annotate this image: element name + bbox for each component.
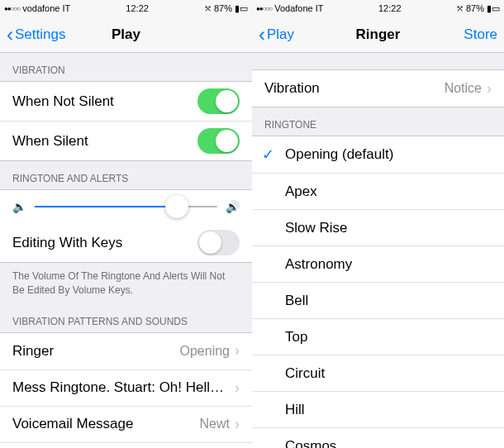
back-label: Play — [267, 26, 294, 43]
cell-value: Newt — [200, 417, 230, 431]
battery-icon: ▮▭ — [487, 3, 500, 14]
chevron-right-icon: › — [235, 342, 240, 360]
checkmark-icon: ✓ — [262, 145, 278, 164]
cell-label: Voicemail Message — [12, 416, 200, 432]
message-ringtone-row[interactable]: Mess Ringtone. Stuart: Oh! Hello. Papag.… — [0, 369, 252, 406]
when-not-silent-row[interactable]: When Not Silent — [0, 82, 252, 121]
chevron-right-icon: › — [235, 379, 240, 397]
slider-thumb[interactable] — [165, 195, 188, 218]
alarm-icon: ⤲ — [204, 3, 212, 14]
editing-with-keys-row[interactable]: Editing With Keys — [0, 223, 252, 262]
nav-bar: ‹ Play Ringer Store — [252, 17, 504, 53]
ringtone-label: Bell — [285, 293, 308, 309]
ringer-selection-screen: ●●○○○ Vodafone IT 12:22 ⤲ 87% ▮▭ ‹ Play … — [252, 0, 504, 448]
battery-percent: 87% — [466, 3, 484, 13]
section-header-patterns: VIBRATION PATTERNS AND SOUNDS — [0, 304, 252, 332]
carrier-label: vodafone IT — [22, 3, 70, 13]
battery-icon: ▮▭ — [235, 3, 248, 14]
ringtone-label: Opening (default) — [285, 146, 393, 163]
ringtone-label: Top — [285, 329, 307, 346]
when-silent-row[interactable]: When Silent — [0, 121, 252, 160]
carrier-label: Vodafone IT — [274, 3, 323, 13]
signal-dots-icon: ●●○○○ — [4, 5, 20, 12]
ringtone-option-top[interactable]: Top — [252, 318, 504, 355]
store-button[interactable]: Store — [464, 26, 497, 43]
ringtone-option-astronomy[interactable]: Astronomy — [252, 245, 504, 282]
chevron-left-icon: ‹ — [259, 23, 265, 46]
battery-percent: 87% — [214, 3, 232, 13]
ringtone-label: Hill — [285, 402, 305, 418]
cell-value: Notice — [445, 81, 482, 96]
volume-slider[interactable] — [35, 206, 217, 207]
chevron-right-icon: › — [487, 80, 492, 98]
back-button[interactable]: ‹ Settings — [7, 23, 65, 46]
ringtone-option-circuit[interactable]: Circuit — [252, 355, 504, 391]
when-silent-toggle[interactable] — [197, 128, 240, 154]
ringtone-option-opening[interactable]: ✓ Opening (default) — [252, 136, 504, 173]
new-mail-row[interactable]: New Mail Drin › — [0, 442, 252, 448]
speaker-high-icon: 🔊 — [226, 200, 240, 213]
cell-label: When Silent — [12, 133, 197, 150]
status-bar: ●●○○○ vodafone IT 12:22 ⤲ 87% ▮▭ — [0, 0, 252, 17]
ringer-row[interactable]: Ringer Opening › — [0, 333, 252, 369]
nav-bar: ‹ Settings Play — [0, 17, 252, 53]
ringtone-option-hill[interactable]: Hill — [252, 391, 504, 427]
cell-label: Mess Ringtone. Stuart: Oh! Hello. Papag.… — [12, 379, 230, 396]
ringtone-label: Slow Rise — [285, 220, 348, 236]
vibration-row[interactable]: Vibration Notice › — [252, 70, 504, 107]
clock-label: 12:22 — [378, 3, 402, 13]
page-title: Ringer — [356, 26, 401, 43]
ringtone-option-slow-rise[interactable]: Slow Rise — [252, 209, 504, 245]
back-label: Settings — [15, 26, 65, 43]
cell-value: Opening — [180, 344, 231, 359]
signal-dots-icon: ●●○○○ — [256, 5, 272, 12]
sounds-settings-screen: ●●○○○ vodafone IT 12:22 ⤲ 87% ▮▭ ‹ Setti… — [0, 0, 252, 448]
section-header-ringtone: RINGTONE — [252, 107, 504, 136]
cell-label: Editing With Keys — [12, 235, 197, 251]
when-not-silent-toggle[interactable] — [197, 88, 240, 114]
clock-label: 12:22 — [126, 3, 149, 13]
section-header-ringtone-alerts: RINGTONE AND ALERTS — [0, 161, 252, 189]
footer-note: The Volume Of The Ringtone And Alerts Wi… — [0, 263, 252, 304]
chevron-left-icon: ‹ — [7, 23, 13, 46]
cell-label: Vibration — [264, 80, 445, 97]
ringtone-label: Astronomy — [285, 256, 352, 273]
speaker-low-icon: 🔈 — [12, 200, 26, 213]
page-title: Play — [112, 26, 140, 43]
voicemail-row[interactable]: Voicemail Message Newt › — [0, 406, 252, 442]
cell-label: Ringer — [12, 343, 180, 360]
ringtone-label: Circuit — [285, 365, 325, 382]
ringtone-option-apex[interactable]: Apex — [252, 173, 504, 209]
back-button[interactable]: ‹ Play — [259, 23, 294, 46]
section-header-vibration: VIBRATION — [0, 53, 252, 81]
ringtone-option-bell[interactable]: Bell — [252, 282, 504, 318]
ringtone-label: Cosmos — [285, 438, 336, 449]
editing-with-keys-toggle[interactable] — [197, 230, 240, 255]
chevron-right-icon: › — [235, 416, 240, 433]
ringtone-option-cosmos[interactable]: Cosmos — [252, 427, 504, 448]
volume-slider-row: 🔈 🔊 — [0, 190, 252, 223]
ringtone-label: Apex — [285, 183, 317, 200]
cell-label: When Not Silent — [12, 93, 197, 110]
status-bar: ●●○○○ Vodafone IT 12:22 ⤲ 87% ▮▭ — [252, 0, 504, 17]
alarm-icon: ⤲ — [456, 3, 464, 14]
